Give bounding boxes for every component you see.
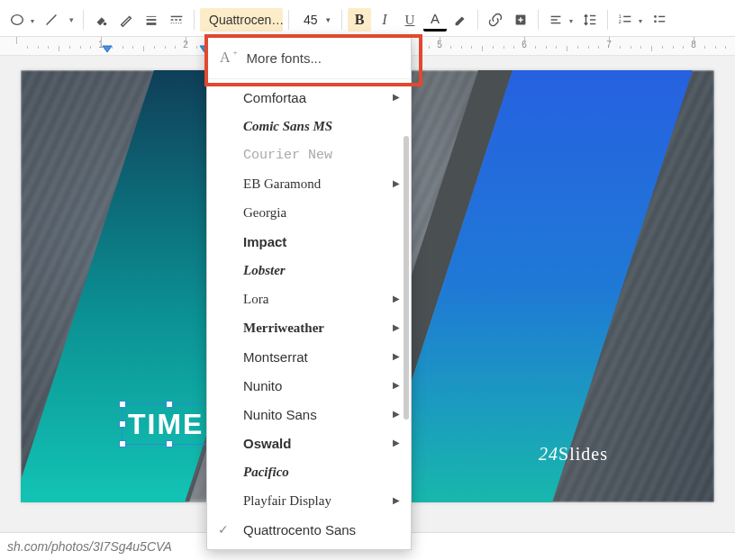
- selection-handle[interactable]: [119, 401, 126, 408]
- submenu-arrow-icon: ▶: [393, 351, 400, 361]
- selection-handle[interactable]: [119, 420, 126, 428]
- left-indent-marker[interactable]: [101, 43, 113, 56]
- font-menu-item-label: Impact: [243, 234, 286, 249]
- font-menu-item[interactable]: Lobster: [207, 256, 411, 285]
- submenu-arrow-icon: ▶: [393, 409, 400, 419]
- border-dash-button[interactable]: [165, 8, 188, 32]
- font-menu-item[interactable]: Nunito▶: [207, 371, 411, 400]
- separator: [607, 10, 608, 30]
- font-menu-item-label: Georgia: [243, 205, 286, 221]
- selection-handle[interactable]: [166, 440, 173, 447]
- selection-handle[interactable]: [166, 401, 173, 408]
- submenu-arrow-icon: ▶: [393, 294, 400, 303]
- font-size-value: 45: [304, 13, 318, 27]
- checkmark-icon: ✓: [218, 522, 229, 537]
- font-menu-item-label: Playfair Display: [243, 493, 331, 509]
- font-menu-item-label: Merriweather: [243, 321, 324, 336]
- font-menu-item-label: Oswald: [243, 436, 291, 451]
- font-menu-item[interactable]: Oswald▶: [207, 429, 411, 457]
- more-fonts-icon: A+: [220, 50, 231, 66]
- svg-line-1: [47, 15, 57, 25]
- toolbar: ▾ ▾ Quattrocen… ▾ 45 ▾ B I U A: [0, 0, 735, 37]
- bulleted-list-button[interactable]: [648, 8, 671, 32]
- svg-point-0: [12, 15, 23, 25]
- separator: [477, 10, 478, 30]
- font-family-label: Quattrocen…: [209, 13, 283, 27]
- svg-text:2: 2: [619, 19, 622, 24]
- font-menu-item-label: Lobster: [243, 263, 286, 278]
- font-dropdown-menu: A+ More fonts... Comfortaa▶Comic Sans MS…: [206, 36, 412, 550]
- font-menu-item[interactable]: Comic Sans MS: [207, 112, 411, 140]
- svg-point-2: [104, 23, 107, 26]
- separator: [538, 10, 539, 30]
- insert-comment-button[interactable]: [509, 8, 532, 32]
- notes-text: sh.com/photos/3I7Sg4u5CVA: [7, 539, 172, 554]
- font-menu-item[interactable]: Georgia: [207, 198, 411, 227]
- menu-separator: [207, 78, 411, 79]
- svg-point-22: [654, 15, 657, 18]
- font-menu-item-label: Courier New: [243, 148, 332, 163]
- font-menu-item[interactable]: EB Garamond▶: [207, 169, 411, 198]
- font-menu-item[interactable]: Playfair Display▶: [207, 486, 411, 515]
- line-spacing-button[interactable]: [578, 8, 602, 32]
- fill-color-button[interactable]: [89, 8, 113, 32]
- submenu-arrow-icon: ▶: [393, 495, 400, 505]
- highlight-color-button[interactable]: [449, 8, 472, 32]
- font-menu-item-label: Montserrat: [243, 349, 308, 365]
- submenu-arrow-icon: ▶: [393, 92, 400, 102]
- border-weight-button[interactable]: [140, 8, 163, 32]
- insert-link-button[interactable]: [484, 8, 507, 32]
- svg-point-23: [654, 20, 657, 23]
- border-color-button[interactable]: [114, 8, 138, 32]
- font-menu-item-label: Pacifico: [243, 465, 289, 480]
- menu-scrollbar[interactable]: [404, 136, 409, 420]
- font-menu-item-label: Lora: [243, 292, 268, 307]
- line-dropdown-button[interactable]: ▾: [65, 8, 77, 32]
- font-menu-item[interactable]: Impact: [207, 227, 411, 256]
- more-fonts-item[interactable]: A+ More fonts...: [207, 37, 411, 78]
- font-menu-item[interactable]: Nunito Sans▶: [207, 400, 411, 429]
- separator: [83, 10, 84, 30]
- font-menu-item[interactable]: Pacifico: [207, 457, 411, 486]
- font-menu-item[interactable]: Lora▶: [207, 285, 411, 313]
- selection-handle[interactable]: [119, 440, 126, 447]
- font-menu-item-label: EB Garamond: [243, 176, 321, 192]
- chevron-down-icon: ▾: [639, 17, 642, 25]
- font-menu-item-label: Comic Sans MS: [243, 119, 332, 134]
- chevron-down-icon: ▾: [569, 17, 573, 25]
- underline-button[interactable]: U: [398, 8, 422, 32]
- chevron-down-icon: ▾: [326, 15, 331, 24]
- italic-button[interactable]: I: [373, 8, 396, 32]
- font-menu-item[interactable]: Courier New: [207, 140, 411, 169]
- more-fonts-label: More fonts...: [247, 50, 322, 66]
- line-tool-button[interactable]: [40, 8, 63, 32]
- font-menu-item-label: Nunito: [243, 378, 282, 393]
- shape-caret-icon: ▾: [31, 17, 34, 25]
- align-button[interactable]: ▾: [544, 8, 567, 32]
- font-menu-item-label: Comfortaa: [243, 90, 306, 105]
- selected-text-box[interactable]: TIME: [122, 403, 217, 445]
- font-menu-item[interactable]: Comfortaa▶: [207, 83, 411, 112]
- font-size-dropdown[interactable]: 45 ▾: [295, 8, 336, 32]
- separator: [194, 10, 195, 30]
- font-family-dropdown[interactable]: Quattrocen… ▾: [200, 8, 283, 32]
- logo-text: 24Slides: [539, 444, 608, 465]
- svg-marker-26: [103, 46, 112, 52]
- submenu-arrow-icon: ▶: [393, 380, 400, 390]
- font-menu-item[interactable]: Merriweather▶: [207, 313, 411, 342]
- submenu-arrow-icon: ▶: [393, 322, 400, 332]
- text-color-button[interactable]: A: [423, 9, 447, 32]
- bold-button[interactable]: B: [348, 8, 371, 32]
- shape-oval-button[interactable]: ▾: [5, 8, 29, 32]
- separator: [341, 10, 342, 30]
- logo-main: Slides: [558, 444, 608, 464]
- font-menu-item[interactable]: Montserrat▶: [207, 342, 411, 371]
- text-box-content[interactable]: TIME: [122, 404, 216, 444]
- font-menu-item[interactable]: Quattrocento Sans✓: [207, 515, 411, 544]
- separator: [288, 10, 289, 30]
- numbered-list-button[interactable]: 12 ▾: [613, 8, 637, 32]
- submenu-arrow-icon: ▶: [393, 178, 400, 188]
- font-menu-item-label: Nunito Sans: [243, 407, 317, 422]
- logo-prefix: 24: [539, 444, 558, 464]
- submenu-arrow-icon: ▶: [393, 438, 400, 447]
